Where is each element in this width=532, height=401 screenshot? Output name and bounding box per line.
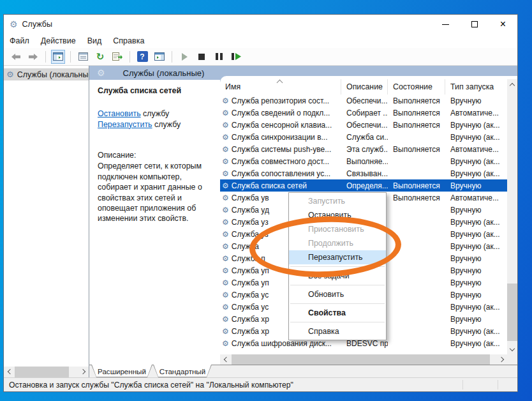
forward-button[interactable] <box>26 50 40 64</box>
context-menu-item[interactable]: Перезапустить <box>289 250 386 264</box>
help-button[interactable]: ? <box>135 50 149 64</box>
toolbar-separator <box>45 51 46 63</box>
service-description-cell: Определя... <box>341 181 388 190</box>
refresh-button[interactable]: ↻ <box>93 50 107 64</box>
scrollbar-thumb[interactable] <box>15 367 69 377</box>
context-menu-item[interactable]: Справка <box>289 324 386 338</box>
tree-item-services-local[interactable]: ⚙ Службы (локальные) <box>4 68 89 80</box>
stop-service-link[interactable]: Остановить <box>98 109 141 118</box>
tree-empty-space <box>4 80 89 367</box>
list-vertical-scrollbar[interactable] <box>507 79 517 354</box>
service-name: Служба сведений о подкл... <box>232 109 330 117</box>
service-startup-type-cell: Вручную (ак... <box>445 242 507 251</box>
chevron-right-icon <box>498 357 503 362</box>
table-row[interactable]: ⚙Служба системы push-уве... Эта служб...… <box>220 143 507 155</box>
scrollbar-thumb[interactable] <box>232 354 490 365</box>
list-horizontal-scrollbar[interactable] <box>220 354 507 365</box>
back-button[interactable] <box>9 50 23 64</box>
start-service-button[interactable] <box>177 50 191 64</box>
restart-service-button[interactable] <box>229 50 243 64</box>
maximize-button[interactable] <box>460 15 489 34</box>
column-header-name[interactable]: Имя <box>220 79 341 95</box>
table-row[interactable]: ⚙Служба сведений о подкл... Собирает ...… <box>220 107 507 119</box>
minimize-icon <box>442 24 449 25</box>
table-row[interactable]: ⚙Служба репозитория сост... Обеспечи... … <box>220 95 507 107</box>
service-startup-type-cell: Вручную (ак... <box>445 169 507 178</box>
export-list-button[interactable] <box>110 50 124 64</box>
scroll-right-button[interactable] <box>78 367 89 377</box>
service-name: Служба уз <box>232 218 269 227</box>
service-detail-pane: Служба списка сетей Остановить службу Пе… <box>89 80 220 365</box>
title-bar[interactable]: ⚙ Службы × <box>4 15 517 34</box>
status-divider <box>462 380 463 390</box>
show-console-tree-button[interactable] <box>51 50 65 64</box>
column-header-startup-type[interactable]: Тип запуска <box>445 79 507 95</box>
service-gear-icon: ⚙ <box>222 218 229 227</box>
service-startup-type-cell: Вручную (ак... <box>445 303 507 312</box>
service-title: Служба списка сетей <box>98 86 211 95</box>
menu-view[interactable]: Вид <box>87 36 102 45</box>
service-startup-type-cell: Автоматиче... <box>445 193 507 202</box>
stop-service-button[interactable] <box>195 50 209 64</box>
scroll-up-button[interactable] <box>507 79 517 89</box>
toolbar-separator <box>172 51 172 63</box>
context-menu-item[interactable]: Приостановить <box>289 222 386 236</box>
table-row[interactable]: ⚙Служба совместного дост... Выполняе... … <box>220 155 507 167</box>
properties-button[interactable] <box>76 50 90 64</box>
show-action-pane-button[interactable] <box>152 50 166 64</box>
scroll-left-button[interactable] <box>220 354 230 365</box>
service-status-cell: Выполняется <box>388 193 445 202</box>
column-header-description[interactable]: Описание <box>341 79 388 95</box>
scroll-down-button[interactable] <box>507 344 517 354</box>
context-menu-separator <box>290 303 385 304</box>
close-button[interactable]: × <box>489 15 517 34</box>
context-menu-item[interactable]: Все задачи <box>289 269 386 283</box>
minimize-button[interactable] <box>431 15 460 34</box>
menu-action[interactable]: Действие <box>41 36 76 45</box>
scroll-right-button[interactable] <box>497 354 507 365</box>
tab-label: Расширенный <box>91 365 152 377</box>
service-description-cell: Собирает ... <box>341 109 388 117</box>
pause-service-button[interactable] <box>212 50 226 64</box>
tab-extended[interactable]: Расширенный <box>91 365 152 377</box>
context-menu-item[interactable]: Свойства <box>289 306 386 320</box>
column-header-label: Тип запуска <box>450 82 494 91</box>
sort-ascending-icon <box>277 80 283 86</box>
menu-file[interactable]: Файл <box>10 36 29 45</box>
service-startup-type-cell: Вручную <box>445 278 507 287</box>
column-header-status[interactable]: Состояние <box>388 79 445 95</box>
service-gear-icon: ⚙ <box>222 193 229 202</box>
status-divider <box>498 380 498 390</box>
desktop: ⚙ Службы × Файл Действие Вид Справка <box>0 0 532 401</box>
context-menu-item[interactable]: Запустить <box>289 194 386 208</box>
restart-service-link[interactable]: Перезапустить <box>98 120 152 129</box>
menu-help[interactable]: Справка <box>113 36 144 45</box>
service-startup-type-cell: Вручную <box>445 291 507 299</box>
tree-horizontal-scrollbar[interactable] <box>4 367 89 377</box>
services-window: ⚙ Службы × Файл Действие Вид Справка <box>3 14 518 392</box>
services-node-icon: ⚙ <box>6 70 14 79</box>
context-menu-item[interactable]: Обновить <box>289 287 386 301</box>
service-startup-type-cell: Вручную <box>445 96 507 105</box>
restart-service-line: Перезапустить службу <box>98 119 211 130</box>
tree-item-label: Службы (локальные) <box>17 70 89 79</box>
context-menu-item[interactable]: Остановить <box>289 208 386 222</box>
banner-gear-icon: ⚙ <box>97 68 105 78</box>
scroll-left-button[interactable] <box>4 367 14 377</box>
table-row[interactable]: ⚙Служба списка сетей Определя... Выполня… <box>220 179 507 192</box>
context-menu-item[interactable]: Продолжить <box>289 236 386 250</box>
properties-icon <box>78 52 88 61</box>
table-row[interactable]: ⚙Служба сенсорной клавиа... Обеспечи... … <box>220 119 507 131</box>
scrollbar-thumb[interactable] <box>507 284 517 341</box>
tab-standard[interactable]: Стандартный <box>153 365 212 377</box>
service-gear-icon: ⚙ <box>222 96 229 105</box>
description-label: Описание: <box>98 151 211 160</box>
service-startup-type-cell: Вручную (ак... <box>445 327 507 336</box>
services-app-icon: ⚙ <box>10 19 18 29</box>
service-description-cell: Выполняе... <box>341 157 388 166</box>
table-row[interactable]: ⚙Служба сопоставления ус... Связыван... … <box>220 167 507 179</box>
service-gear-icon: ⚙ <box>222 121 229 130</box>
table-row[interactable]: ⚙Служба синхронизации в... Служба си... … <box>220 131 507 143</box>
service-gear-icon: ⚙ <box>222 327 229 336</box>
action-pane-icon <box>154 52 165 61</box>
